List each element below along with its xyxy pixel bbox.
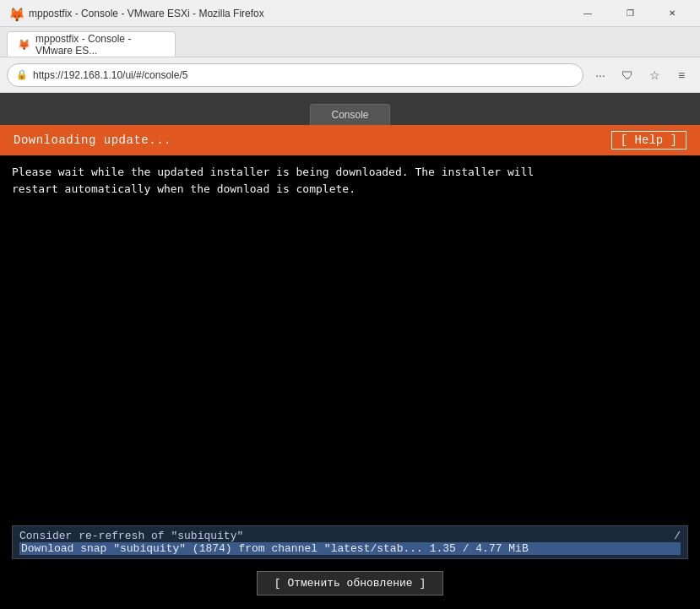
log-line-2-text: Download snap "subiquity" (1874) from ch… <box>21 542 529 555</box>
browser-tab[interactable]: 🦊 mppostfix - Console - VMware ES... <box>7 31 176 57</box>
url-text: https://192.168.1.10/ui/#/console/5 <box>33 69 187 81</box>
tab-favicon: 🦊 <box>18 39 30 51</box>
browser-icons: ··· 🛡 ☆ ≡ <box>589 63 693 87</box>
log-line-1: Consider re-refresh of "subiquity" / <box>19 530 681 542</box>
dots-icon: ··· <box>595 68 605 82</box>
menu-button[interactable]: ≡ <box>670 63 693 87</box>
vmware-top-bar: Console <box>0 93 700 125</box>
browser-title: mppostfix - Console - VMware ESXi - Mozi… <box>29 8 562 19</box>
cancel-area: [ Отменить обновление ] <box>0 564 700 609</box>
console-tab-label: Console <box>331 109 368 121</box>
close-icon: ✕ <box>669 8 676 18</box>
log-box: Consider re-refresh of "subiquity" / Dow… <box>12 525 688 559</box>
star-button[interactable]: ☆ <box>643 63 666 87</box>
terminal-message: Please wait while the updated installer … <box>12 164 688 197</box>
shield-icon: 🛡 <box>621 68 633 82</box>
downloading-title: Downloading update... <box>14 133 171 147</box>
restore-button[interactable]: ❐ <box>610 0 649 27</box>
restore-icon: ❐ <box>627 8 634 18</box>
log-line-2: Download snap "subiquity" (1874) from ch… <box>19 542 681 555</box>
window-controls: — ❐ ✕ <box>568 0 692 27</box>
dots-menu-button[interactable]: ··· <box>589 63 612 87</box>
shield-button[interactable]: 🛡 <box>616 63 639 87</box>
tab-label: mppostfix - Console - VMware ES... <box>35 33 165 57</box>
terminal-header-bar: Downloading update... [ Help ] <box>0 125 700 155</box>
tab-bar: 🦊 mppostfix - Console - VMware ES... <box>0 27 700 57</box>
address-bar[interactable]: 🔒 https://192.168.1.10/ui/#/console/5 <box>7 63 583 87</box>
close-button[interactable]: ✕ <box>653 0 692 27</box>
minimize-button[interactable]: — <box>568 0 607 27</box>
terminal-container: Downloading update... [ Help ] Please wa… <box>0 125 700 609</box>
help-button[interactable]: [ Help ] <box>611 131 686 150</box>
cancel-button[interactable]: [ Отменить обновление ] <box>257 571 443 595</box>
log-line-1-text: Consider re-refresh of "subiquity" <box>19 530 243 542</box>
menu-icon: ≡ <box>678 68 685 82</box>
lock-icon: 🔒 <box>16 69 28 80</box>
browser-toolbar: 🔒 https://192.168.1.10/ui/#/console/5 ··… <box>0 57 700 93</box>
log-line-1-suffix: / <box>674 530 681 542</box>
terminal-body: Please wait while the updated installer … <box>0 155 700 520</box>
browser-titlebar: 🦊 mppostfix - Console - VMware ESXi - Mo… <box>0 0 700 27</box>
vmware-console-tab[interactable]: Console <box>310 104 389 125</box>
star-icon: ☆ <box>649 68 660 82</box>
browser-favicon: 🦊 <box>8 7 22 20</box>
minimize-icon: — <box>583 8 592 18</box>
